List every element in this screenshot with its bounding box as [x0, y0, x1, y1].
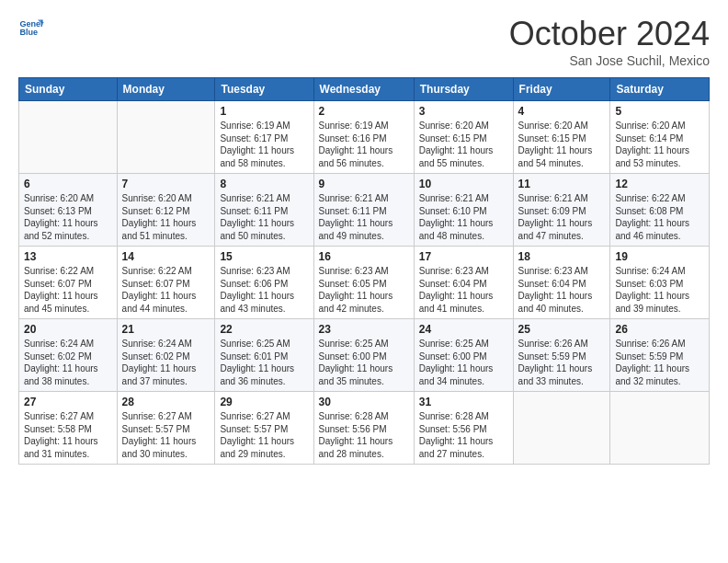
sunrise-text: Sunrise: 6:20 AM: [122, 193, 192, 203]
day-info: Sunrise: 6:22 AMSunset: 6:07 PMDaylight:…: [24, 265, 112, 315]
table-row: 27Sunrise: 6:27 AMSunset: 5:58 PMDayligh…: [19, 392, 118, 465]
daylight-text: Daylight: 11 hours and 31 minutes.: [24, 436, 98, 459]
daylight-text: Daylight: 11 hours and 33 minutes.: [518, 363, 593, 386]
daylight-text: Daylight: 11 hours and 56 minutes.: [319, 145, 393, 168]
sunset-text: Sunset: 6:03 PM: [615, 279, 683, 289]
daylight-text: Daylight: 11 hours and 46 minutes.: [615, 218, 689, 241]
day-number: 22: [220, 323, 308, 336]
daylight-text: Daylight: 11 hours and 44 minutes.: [122, 291, 197, 314]
day-number: 1: [220, 105, 308, 118]
day-info: Sunrise: 6:27 AMSunset: 5:57 PMDaylight:…: [122, 410, 210, 460]
day-number: 10: [419, 178, 508, 190]
daylight-text: Daylight: 11 hours and 36 minutes.: [220, 363, 294, 386]
sunrise-text: Sunrise: 6:19 AM: [220, 121, 290, 131]
sunset-text: Sunset: 5:56 PM: [319, 424, 387, 434]
header-thursday: Thursday: [414, 78, 513, 101]
sunrise-text: Sunrise: 6:20 AM: [615, 121, 685, 131]
location: San Jose Suchil, Mexico: [509, 53, 710, 68]
day-info: Sunrise: 6:28 AMSunset: 5:56 PMDaylight:…: [419, 410, 508, 460]
day-number: 29: [220, 396, 308, 408]
sunrise-text: Sunrise: 6:23 AM: [419, 266, 489, 276]
daylight-text: Daylight: 11 hours and 40 minutes.: [518, 291, 593, 314]
sunrise-text: Sunrise: 6:25 AM: [419, 339, 489, 349]
daylight-text: Daylight: 11 hours and 52 minutes.: [24, 218, 98, 241]
week-row-1: 1Sunrise: 6:19 AMSunset: 6:17 PMDaylight…: [19, 101, 710, 174]
day-number: 6: [24, 178, 112, 190]
sunset-text: Sunset: 6:00 PM: [419, 351, 487, 362]
sunset-text: Sunset: 6:10 PM: [419, 206, 487, 216]
sunset-text: Sunset: 6:04 PM: [518, 279, 586, 289]
header-friday: Friday: [513, 78, 610, 101]
daylight-text: Daylight: 11 hours and 30 minutes.: [122, 436, 197, 459]
day-number: 16: [319, 250, 409, 263]
table-row: 14Sunrise: 6:22 AMSunset: 6:07 PMDayligh…: [117, 247, 215, 319]
day-number: 23: [319, 323, 409, 336]
sunrise-text: Sunrise: 6:26 AM: [518, 339, 588, 349]
sunrise-text: Sunrise: 6:22 AM: [24, 266, 94, 276]
page: General Blue October 2024 San Jose Suchi…: [0, 0, 728, 563]
day-number: 18: [518, 250, 606, 263]
table-row: 12Sunrise: 6:22 AMSunset: 6:08 PMDayligh…: [610, 174, 710, 247]
header-sunday: Sunday: [19, 78, 118, 101]
sunset-text: Sunset: 6:08 PM: [615, 206, 683, 216]
day-number: 31: [419, 396, 508, 408]
table-row: 13Sunrise: 6:22 AMSunset: 6:07 PMDayligh…: [19, 247, 118, 319]
sunset-text: Sunset: 5:59 PM: [615, 351, 683, 362]
day-info: Sunrise: 6:20 AMSunset: 6:15 PMDaylight:…: [518, 120, 606, 169]
day-info: Sunrise: 6:21 AMSunset: 6:11 PMDaylight:…: [220, 192, 308, 242]
table-row: 9Sunrise: 6:21 AMSunset: 6:11 PMDaylight…: [313, 174, 414, 247]
table-row: [513, 392, 610, 465]
sunset-text: Sunset: 6:12 PM: [122, 206, 190, 216]
sunset-text: Sunset: 6:07 PM: [24, 279, 92, 289]
sunset-text: Sunset: 6:11 PM: [319, 206, 387, 216]
day-info: Sunrise: 6:26 AMSunset: 5:59 PMDaylight:…: [615, 338, 704, 387]
day-info: Sunrise: 6:22 AMSunset: 6:07 PMDaylight:…: [122, 265, 210, 315]
daylight-text: Daylight: 11 hours and 49 minutes.: [319, 218, 393, 241]
sunrise-text: Sunrise: 6:24 AM: [24, 339, 94, 349]
table-row: 16Sunrise: 6:23 AMSunset: 6:05 PMDayligh…: [313, 247, 414, 319]
week-row-4: 20Sunrise: 6:24 AMSunset: 6:02 PMDayligh…: [19, 319, 710, 392]
day-info: Sunrise: 6:20 AMSunset: 6:14 PMDaylight:…: [615, 120, 704, 169]
sunrise-text: Sunrise: 6:19 AM: [319, 121, 389, 131]
table-row: 10Sunrise: 6:21 AMSunset: 6:10 PMDayligh…: [414, 174, 513, 247]
title-block: October 2024 San Jose Suchil, Mexico: [509, 15, 710, 68]
sunrise-text: Sunrise: 6:25 AM: [319, 339, 389, 349]
table-row: 1Sunrise: 6:19 AMSunset: 6:17 PMDaylight…: [215, 101, 313, 174]
day-info: Sunrise: 6:23 AMSunset: 6:04 PMDaylight:…: [419, 265, 508, 315]
sunrise-text: Sunrise: 6:20 AM: [419, 121, 489, 131]
day-info: Sunrise: 6:19 AMSunset: 6:17 PMDaylight:…: [220, 120, 308, 169]
daylight-text: Daylight: 11 hours and 45 minutes.: [24, 291, 98, 314]
header-wednesday: Wednesday: [313, 78, 414, 101]
sunset-text: Sunset: 6:15 PM: [518, 133, 586, 144]
daylight-text: Daylight: 11 hours and 35 minutes.: [319, 363, 393, 386]
day-number: 21: [122, 323, 210, 336]
sunset-text: Sunset: 6:07 PM: [122, 279, 190, 289]
sunrise-text: Sunrise: 6:26 AM: [615, 339, 685, 349]
day-number: 15: [220, 250, 308, 263]
sunset-text: Sunset: 6:05 PM: [319, 279, 387, 289]
table-row: 2Sunrise: 6:19 AMSunset: 6:16 PMDaylight…: [313, 101, 414, 174]
sunrise-text: Sunrise: 6:27 AM: [220, 411, 290, 421]
day-number: 30: [319, 396, 409, 408]
table-row: 8Sunrise: 6:21 AMSunset: 6:11 PMDaylight…: [215, 174, 313, 247]
day-info: Sunrise: 6:20 AMSunset: 6:13 PMDaylight:…: [24, 192, 112, 242]
sunrise-text: Sunrise: 6:20 AM: [24, 193, 94, 203]
day-info: Sunrise: 6:21 AMSunset: 6:11 PMDaylight:…: [319, 192, 409, 242]
sunset-text: Sunset: 6:04 PM: [419, 279, 487, 289]
sunrise-text: Sunrise: 6:27 AM: [122, 411, 192, 421]
daylight-text: Daylight: 11 hours and 37 minutes.: [122, 363, 197, 386]
day-number: 2: [319, 105, 409, 118]
day-info: Sunrise: 6:20 AMSunset: 6:15 PMDaylight:…: [419, 120, 508, 169]
daylight-text: Daylight: 11 hours and 32 minutes.: [615, 363, 689, 386]
day-number: 25: [518, 323, 606, 336]
table-row: [610, 392, 710, 465]
day-info: Sunrise: 6:28 AMSunset: 5:56 PMDaylight:…: [319, 410, 409, 460]
logo-icon: General Blue: [18, 15, 44, 40]
daylight-text: Daylight: 11 hours and 58 minutes.: [220, 145, 294, 168]
sunset-text: Sunset: 6:16 PM: [319, 133, 387, 144]
table-row: 24Sunrise: 6:25 AMSunset: 6:00 PMDayligh…: [414, 319, 513, 392]
sunset-text: Sunset: 6:00 PM: [319, 351, 387, 362]
sunset-text: Sunset: 5:57 PM: [220, 424, 288, 434]
day-info: Sunrise: 6:25 AMSunset: 6:01 PMDaylight:…: [220, 338, 308, 387]
day-number: 13: [24, 250, 112, 263]
